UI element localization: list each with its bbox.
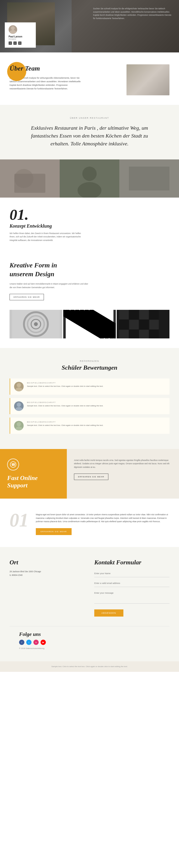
big-number: 01 [9,510,29,530]
svg-point-40 [15,407,22,411]
testimonial-name-3: BEISPIELÜBERSCHRIFT [27,421,103,423]
testimonial-avatar-3 [14,421,24,430]
support-icon: ☎ [7,459,19,470]
svg-rect-34 [129,330,139,338]
person-icon [8,25,17,34]
avatar [8,25,17,34]
footer-section: Ort 28 Jackson Blvd Ste 1500 Chicago IL … [0,547,179,661]
svg-rect-28 [149,310,159,319]
testimonial-content-3: BEISPIELÜBERSCHRIFT Sample text. Click t… [27,421,103,427]
svg-rect-9 [129,166,170,190]
number-section-button[interactable]: ERFAHREN SIE MEHR [36,528,72,535]
message-input[interactable] [94,589,170,604]
testimonial-text-1: Sample text. Click to select the text bo… [27,385,103,388]
svg-point-14 [34,322,38,326]
bottom-sample-text: Sample text. Click to select the text bo… [0,661,179,672]
kreative-section: Kreative Form in unserem Design Unsere M… [0,251,179,310]
uber-image-inner [127,64,170,95]
testimonial-avatar-2 [14,401,24,411]
testimonial-content-2: BEISPIELÜBERSCHRIFT Sample text. Click t… [27,401,103,407]
hero-section: Suchen Sie schnell Analyse für die erfol… [0,0,179,53]
svg-rect-36 [149,330,159,338]
learn-more-button[interactable]: ERFAHREN SIE MEHR [9,294,44,300]
svg-point-6 [82,166,97,181]
testimonial-content-1: BEISPIELÜBERSCHRIFT Sample text. Click t… [27,382,103,388]
support-section: ☎ Fast Online Support Amet nulla facilis… [0,449,179,499]
svg-point-1 [9,30,16,34]
person-role: Designer [8,38,32,40]
number-right-text: Magna eget est lorem ipsum dolor sit ame… [36,513,170,523]
testimonial-1: BEISPIELÜBERSCHRIFT Sample text. Click t… [9,378,170,395]
ort-heading: Ort [9,559,85,566]
testimonial-avatar-1 [14,382,24,391]
svg-rect-33 [119,330,129,338]
social-icons-row: f t in ▶ [19,640,160,645]
instagram-icon[interactable]: © [18,41,22,45]
number-display: 01 [9,510,29,530]
submit-button[interactable]: ABSENDEN [94,610,123,617]
svg-text:☎: ☎ [11,463,15,466]
youtube-follow-icon[interactable]: ▶ [41,640,46,645]
kreative-heading: Kreative Form in unserem Design [9,261,81,278]
stripes-image [63,310,116,338]
hero-card: Paul Larson Designer f t © [5,22,36,48]
image-block-2 [60,159,119,197]
address-line-1: 28 Jackson Blvd Ste 1500 Chicago [9,570,85,574]
social-links: f t © [8,41,32,45]
svg-point-37 [17,383,21,387]
konzept-section: 01. Konzept Entwicklung Wir helfen Ihnen… [0,197,179,251]
avatar-icon [14,421,24,430]
svg-rect-25 [119,310,129,319]
image-block-3 [119,159,179,197]
avatar-icon [14,382,24,391]
twitter-follow-icon[interactable]: t [26,640,31,645]
uber-right-col [127,64,170,95]
svg-rect-30 [129,320,139,329]
referenzen-label: REFERENZEN [9,360,170,362]
gallery-image-1 [9,310,62,338]
uber-image [127,64,170,95]
svg-point-41 [17,422,21,426]
svg-rect-29 [119,320,129,329]
instagram-follow-icon[interactable]: in [33,640,39,645]
testimonial-text-3: Sample text. Click to select the text bo… [27,424,103,427]
konzept-text: Wir helfen Ihnen dabei, den Zweck in Ihr… [9,231,86,242]
svg-rect-32 [149,320,159,329]
uber-heading: Über Team [9,64,119,72]
name-input[interactable] [94,570,170,577]
avatar-icon [14,401,24,411]
object-image [119,159,179,197]
footer-address: 28 Jackson Blvd Ste 1500 Chicago IL 6060… [9,570,85,577]
support-left: ☎ Fast Online Support [0,449,67,499]
svg-point-0 [11,26,15,30]
quilt-image [117,310,170,338]
uber-team-section: Über Team Machen Sie schnell Analyse für… [0,53,179,105]
svg-point-42 [15,427,22,430]
svg-rect-31 [139,320,149,329]
facebook-icon[interactable]: f [8,41,12,45]
datenschutz-link[interactable]: © 2018 Datenschutzerklärung [19,647,160,649]
support-right: Amet nulla facilisi morbi tempus iaculis… [67,449,179,499]
email-input[interactable] [94,580,170,587]
footer-grid: Ort 28 Jackson Blvd Ste 1500 Chicago IL … [9,559,170,617]
referenzen-heading: Schüler Bewertungen [9,364,170,371]
image-block-1 [0,159,60,197]
hands-image [0,159,60,197]
gallery-image-2 [63,310,116,338]
gallery-image-3 [117,310,170,338]
footer-ort-col: Ort 28 Jackson Blvd Ste 1500 Chicago IL … [9,559,85,617]
support-text: Amet nulla facilisi morbi tempus iaculis… [74,459,172,469]
twitter-icon[interactable]: t [14,41,17,45]
svg-rect-26 [129,310,139,319]
gallery-row [0,310,179,348]
contact-form: ABSENDEN [94,570,170,617]
svg-rect-4 [14,174,45,193]
testimonial-3: BEISPIELÜBERSCHRIFT Sample text. Click t… [9,417,170,434]
support-learn-more-button[interactable]: ERFAHREN SIE MEHR [74,473,108,480]
svg-point-38 [15,388,22,391]
referenzen-section: REFERENZEN Schüler Bewertungen BEISPIELÜ… [0,348,179,449]
svg-rect-27 [139,310,149,319]
facebook-follow-icon[interactable]: f [19,640,24,645]
number-section: 01 Magna eget est lorem ipsum dolor sit … [0,499,179,547]
person-name: Paul Larson [8,35,32,38]
